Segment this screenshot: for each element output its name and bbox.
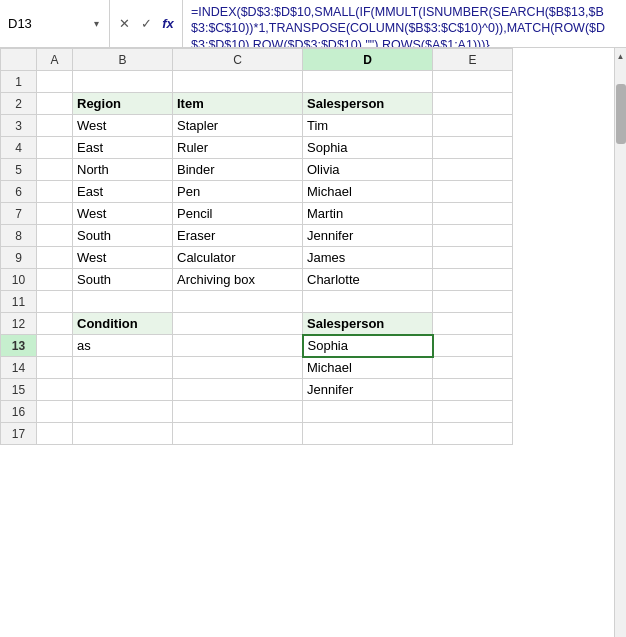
vertical-scrollbar[interactable]: ▲ — [614, 48, 626, 637]
cell-d14-michael[interactable]: Michael — [303, 357, 433, 379]
cell-a12[interactable] — [37, 313, 73, 335]
cell-a4[interactable] — [37, 137, 73, 159]
cell-c9[interactable]: Calculator — [173, 247, 303, 269]
col-header-a[interactable]: A — [37, 49, 73, 71]
cell-d13-sophia[interactable]: Sophia — [303, 335, 433, 357]
cell-a5[interactable] — [37, 159, 73, 181]
cell-c5[interactable]: Binder — [173, 159, 303, 181]
cell-c13[interactable] — [173, 335, 303, 357]
cell-b7[interactable]: West — [73, 203, 173, 225]
cell-b17[interactable] — [73, 423, 173, 445]
cell-b3[interactable]: West — [73, 115, 173, 137]
cell-a3[interactable] — [37, 115, 73, 137]
cell-b13-condition-value[interactable]: as — [73, 335, 173, 357]
cell-d5[interactable]: Olivia — [303, 159, 433, 181]
cell-d12-result-header[interactable]: Salesperson — [303, 313, 433, 335]
cell-b14[interactable] — [73, 357, 173, 379]
col-header-e[interactable]: E — [433, 49, 513, 71]
cell-b11[interactable] — [73, 291, 173, 313]
cell-c7[interactable]: Pencil — [173, 203, 303, 225]
cell-c3[interactable]: Stapler — [173, 115, 303, 137]
cancel-button[interactable]: ✕ — [114, 14, 134, 34]
cell-e2[interactable] — [433, 93, 513, 115]
cell-e15[interactable] — [433, 379, 513, 401]
cell-d3[interactable]: Tim — [303, 115, 433, 137]
cell-e13[interactable] — [433, 335, 513, 357]
cell-a14[interactable] — [37, 357, 73, 379]
cell-b12-condition-header[interactable]: Condition — [73, 313, 173, 335]
cell-d4[interactable]: Sophia — [303, 137, 433, 159]
cell-b6[interactable]: East — [73, 181, 173, 203]
cell-b4[interactable]: East — [73, 137, 173, 159]
cell-e4[interactable] — [433, 137, 513, 159]
cell-d9[interactable]: James — [303, 247, 433, 269]
cell-d6[interactable]: Michael — [303, 181, 433, 203]
cell-b15[interactable] — [73, 379, 173, 401]
cell-a10[interactable] — [37, 269, 73, 291]
cell-e6[interactable] — [433, 181, 513, 203]
cell-a11[interactable] — [37, 291, 73, 313]
cell-d8[interactable]: Jennifer — [303, 225, 433, 247]
cell-e5[interactable] — [433, 159, 513, 181]
cell-c8[interactable]: Eraser — [173, 225, 303, 247]
cell-a6[interactable] — [37, 181, 73, 203]
cell-a16[interactable] — [37, 401, 73, 423]
cell-e14[interactable] — [433, 357, 513, 379]
cell-c16[interactable] — [173, 401, 303, 423]
formula-input[interactable]: =INDEX($D$3:$D$10,SMALL(IF(MMULT(ISNUMBE… — [183, 0, 626, 47]
confirm-button[interactable]: ✓ — [136, 14, 156, 34]
cell-a2[interactable] — [37, 93, 73, 115]
cell-a1[interactable] — [37, 71, 73, 93]
cell-d1[interactable] — [303, 71, 433, 93]
cell-c11[interactable] — [173, 291, 303, 313]
cell-b5[interactable]: North — [73, 159, 173, 181]
cell-a17[interactable] — [37, 423, 73, 445]
cell-b9[interactable]: West — [73, 247, 173, 269]
cell-a13[interactable] — [37, 335, 73, 357]
col-header-c[interactable]: C — [173, 49, 303, 71]
cell-e10[interactable] — [433, 269, 513, 291]
cell-c14[interactable] — [173, 357, 303, 379]
cell-name-box[interactable]: D13 ▾ — [0, 0, 110, 47]
row-header-4: 4 — [1, 137, 37, 159]
cell-c2-header[interactable]: Item — [173, 93, 303, 115]
cell-a15[interactable] — [37, 379, 73, 401]
cell-d10[interactable]: Charlotte — [303, 269, 433, 291]
cell-e8[interactable] — [433, 225, 513, 247]
cell-e1[interactable] — [433, 71, 513, 93]
cell-a7[interactable] — [37, 203, 73, 225]
cell-a8[interactable] — [37, 225, 73, 247]
cell-e17[interactable] — [433, 423, 513, 445]
cell-b8[interactable]: South — [73, 225, 173, 247]
cell-e16[interactable] — [433, 401, 513, 423]
cell-e12[interactable] — [433, 313, 513, 335]
cell-b16[interactable] — [73, 401, 173, 423]
cell-d11[interactable] — [303, 291, 433, 313]
cell-c10[interactable]: Archiving box — [173, 269, 303, 291]
cell-c17[interactable] — [173, 423, 303, 445]
cell-d7[interactable]: Martin — [303, 203, 433, 225]
cell-name-dropdown-icon[interactable]: ▾ — [92, 16, 101, 31]
cell-e9[interactable] — [433, 247, 513, 269]
cell-e11[interactable] — [433, 291, 513, 313]
cell-d17[interactable] — [303, 423, 433, 445]
cell-c15[interactable] — [173, 379, 303, 401]
cell-d16[interactable] — [303, 401, 433, 423]
cell-c4[interactable]: Ruler — [173, 137, 303, 159]
scroll-thumb[interactable] — [616, 84, 626, 144]
cell-b1[interactable] — [73, 71, 173, 93]
cell-b10[interactable]: South — [73, 269, 173, 291]
cell-c6[interactable]: Pen — [173, 181, 303, 203]
cell-c12[interactable] — [173, 313, 303, 335]
cell-b2-header[interactable]: Region — [73, 93, 173, 115]
cell-e3[interactable] — [433, 115, 513, 137]
scroll-up-arrow[interactable]: ▲ — [615, 48, 627, 64]
function-wizard-button[interactable]: fx — [158, 14, 178, 34]
col-header-d[interactable]: D — [303, 49, 433, 71]
cell-a9[interactable] — [37, 247, 73, 269]
cell-d2-header[interactable]: Salesperson — [303, 93, 433, 115]
cell-e7[interactable] — [433, 203, 513, 225]
cell-d15-jennifer[interactable]: Jennifer — [303, 379, 433, 401]
col-header-b[interactable]: B — [73, 49, 173, 71]
cell-c1[interactable] — [173, 71, 303, 93]
